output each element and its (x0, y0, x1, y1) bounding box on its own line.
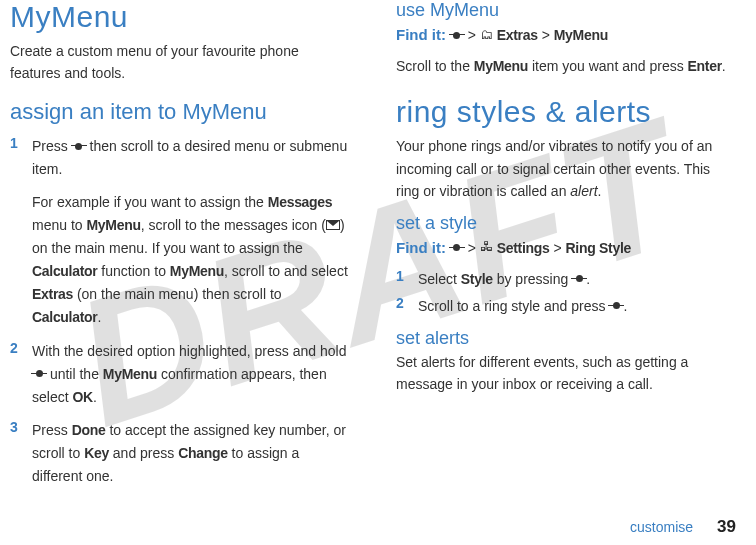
label-mymenu: MyMenu (474, 58, 528, 74)
text: Select (418, 271, 461, 287)
center-key-icon (450, 30, 464, 40)
findit-use: Find it: > 🗂 Extras > MyMenu (396, 23, 736, 47)
label-ok: OK (72, 389, 92, 405)
text: Press (32, 138, 72, 154)
text: menu to (32, 217, 86, 233)
heading-assign: assign an item to MyMenu (10, 99, 350, 125)
text: (on the main menu) then scroll to (73, 286, 282, 302)
text: Your phone rings and/or vibrates to noti… (396, 138, 712, 199)
label-mymenu: MyMenu (103, 366, 157, 382)
ring-intro: Your phone rings and/or vibrates to noti… (396, 135, 736, 202)
text: With the desired option highlighted, pre… (32, 343, 346, 359)
heading-mymenu: MyMenu (10, 0, 350, 34)
step-number: 2 (396, 295, 418, 318)
findit-label: Find it: (396, 239, 446, 256)
text: . (97, 309, 101, 325)
label-calculator: Calculator (32, 263, 97, 279)
center-key-icon (609, 301, 623, 311)
heading-use-mymenu: use MyMenu (396, 0, 736, 21)
italic-alert: alert (570, 183, 597, 199)
label-mymenu: MyMenu (554, 27, 608, 43)
center-key-icon (450, 243, 464, 253)
text: , scroll to the messages icon ( (141, 217, 326, 233)
text: until the (46, 366, 103, 382)
text: by pressing (493, 271, 572, 287)
page-footer: customise39 (630, 517, 736, 537)
footer-section: customise (630, 519, 693, 535)
label-ring-style: Ring Style (566, 240, 631, 256)
label-mymenu: MyMenu (170, 263, 224, 279)
gt: > (542, 27, 550, 43)
step-3: 3 Press Done to accept the assigned key … (10, 419, 350, 488)
style-step-2: 2 Scroll to a ring style and press . (396, 295, 736, 318)
center-key-icon (572, 274, 586, 284)
settings-icon: 🖧 (480, 237, 493, 258)
step-number: 2 (10, 340, 32, 409)
text: For example if you want to assign the (32, 194, 268, 210)
label-extras: Extras (497, 27, 538, 43)
text: Scroll to the (396, 58, 474, 74)
step-2: 2 With the desired option highlighted, p… (10, 340, 350, 409)
label-calculator: Calculator (32, 309, 97, 325)
label-enter: Enter (688, 58, 722, 74)
text: . (598, 183, 602, 199)
label-done: Done (72, 422, 106, 438)
text: item you want and press (528, 58, 688, 74)
step-body: Scroll to a ring style and press . (418, 295, 736, 318)
text: function to (97, 263, 169, 279)
page-number: 39 (717, 517, 736, 536)
style-step-1: 1 Select Style by pressing . (396, 268, 736, 291)
envelope-icon (326, 220, 340, 230)
center-key-icon (72, 141, 86, 151)
extras-icon: 🗂 (480, 25, 493, 46)
right-column: use MyMenu Find it: > 🗂 Extras > MyMenu … (388, 0, 736, 505)
step-body: Press Done to accept the assigned key nu… (32, 419, 350, 488)
intro-text: Create a custom menu of your favourite p… (10, 40, 350, 85)
label-settings: Settings (497, 240, 550, 256)
use-body: Scroll to the MyMenu item you want and p… (396, 55, 736, 77)
step-1: 1 Press then scroll to a desired menu or… (10, 135, 350, 330)
gt: > (553, 240, 561, 256)
text: . (722, 58, 726, 74)
step-number: 3 (10, 419, 32, 488)
heading-set-alerts: set alerts (396, 328, 736, 349)
label-change: Change (178, 445, 228, 461)
label-key: Key (84, 445, 109, 461)
step-number: 1 (10, 135, 32, 330)
left-column: MyMenu Create a custom menu of your favo… (10, 0, 358, 505)
text: Scroll to a ring style and press (418, 298, 609, 314)
step-body: Press then scroll to a desired menu or s… (32, 135, 350, 330)
text: and press (109, 445, 178, 461)
step-number: 1 (396, 268, 418, 291)
step-body: Select Style by pressing . (418, 268, 736, 291)
step-body: With the desired option highlighted, pre… (32, 340, 350, 409)
heading-ring-styles: ring styles & alerts (396, 95, 736, 129)
gt: > (468, 240, 476, 256)
page-content: MyMenu Create a custom menu of your favo… (0, 0, 756, 505)
label-extras: Extras (32, 286, 73, 302)
heading-set-style: set a style (396, 213, 736, 234)
label-messages: Messages (268, 194, 333, 210)
label-mymenu: MyMenu (86, 217, 140, 233)
text: . (93, 389, 97, 405)
set-alerts-body: Set alerts for different events, such as… (396, 351, 736, 396)
findit-setstyle: Find it: > 🖧 Settings > Ring Style (396, 236, 736, 260)
text: Press (32, 422, 72, 438)
center-key-icon (32, 369, 46, 379)
gt: > (468, 27, 476, 43)
label-style: Style (461, 271, 493, 287)
findit-label: Find it: (396, 26, 446, 43)
text: , scroll to and select (224, 263, 348, 279)
